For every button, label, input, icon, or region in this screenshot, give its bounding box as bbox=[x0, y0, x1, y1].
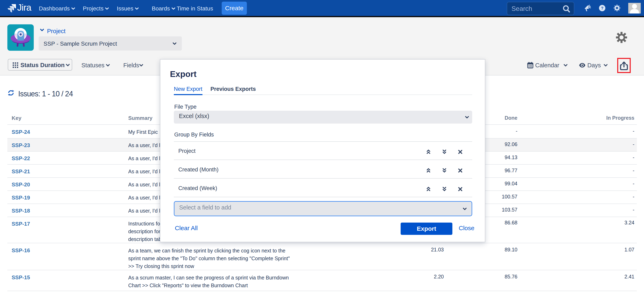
svg-text:?: ? bbox=[601, 6, 603, 10]
